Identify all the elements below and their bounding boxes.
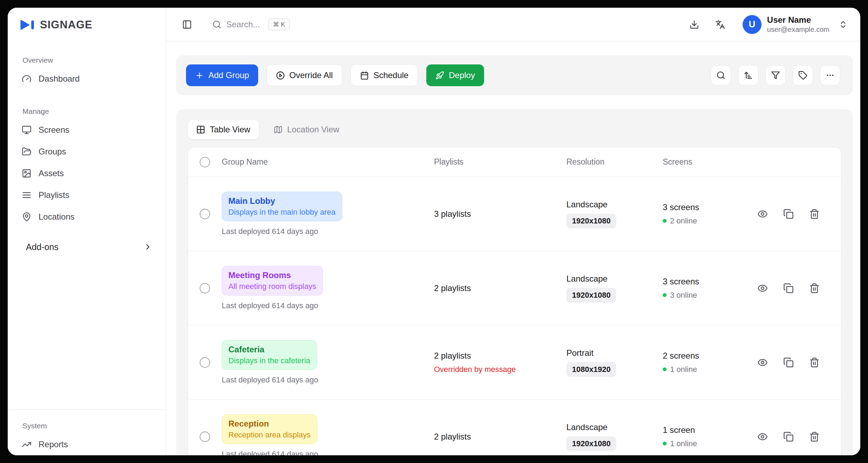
tab-table-view-label: Table View [210, 125, 250, 134]
sidebar-item-assets[interactable]: Assets [16, 163, 157, 184]
row-checkbox[interactable] [200, 283, 210, 293]
sidebar-item-groups[interactable]: Groups [16, 141, 157, 163]
sort-ascending-icon [744, 71, 753, 80]
filter-button[interactable] [765, 65, 786, 85]
sidebar-addons-toggle[interactable]: Add-ons [16, 236, 157, 258]
sort-button[interactable] [738, 65, 758, 85]
sidebar-item-screens[interactable]: Screens [16, 119, 157, 141]
playlists-cell: 2 playlists Overridden by message [434, 351, 566, 374]
sidebar-item-dashboard[interactable]: Dashboard [16, 68, 157, 90]
row-checkbox[interactable] [200, 209, 210, 219]
delete-icon[interactable] [809, 283, 820, 293]
online-dot [663, 293, 667, 297]
image-icon [22, 168, 32, 178]
sidebar-item-locations[interactable]: Locations [16, 206, 157, 228]
view-icon[interactable] [757, 209, 768, 219]
row-checkbox[interactable] [200, 357, 210, 368]
online-dot [663, 219, 667, 223]
playlists-count: 3 playlists [434, 209, 471, 219]
more-options-button[interactable] [820, 65, 840, 85]
screens-cell: 2 screens 1 online [663, 351, 744, 374]
brand-name: SIGNAGE [40, 19, 92, 31]
override-all-label: Override All [289, 70, 333, 80]
search-input[interactable]: Search... ⌘ K [212, 19, 290, 30]
orientation-label: Landscape [566, 274, 607, 284]
tab-location-view[interactable]: Location View [265, 120, 348, 139]
sidebar-item-playlists[interactable]: Playlists [16, 184, 157, 206]
topbar-right: U User Name user@example.com [686, 15, 848, 34]
view-icon[interactable] [757, 283, 768, 293]
search-icon [212, 20, 221, 29]
orientation-label: Landscape [566, 422, 607, 432]
group-name: Reception [228, 419, 311, 429]
plus-icon [195, 71, 204, 80]
select-all-checkbox[interactable] [200, 157, 210, 167]
row-checkbox[interactable] [200, 431, 210, 442]
group-badge[interactable]: Cafeteria Displays in the cafeteria [222, 340, 317, 370]
filter-funnel-icon [771, 71, 780, 80]
deploy-button[interactable]: Deploy [426, 64, 484, 86]
table-row[interactable]: Reception Reception area displays Last d… [188, 400, 841, 455]
play-circle-icon [276, 71, 285, 80]
view-tabs: Table View Location View [188, 120, 841, 139]
online-dot [663, 367, 667, 371]
sidebar-item-reports[interactable]: Reports [16, 434, 157, 455]
group-badge[interactable]: Reception Reception area displays [222, 414, 317, 444]
table-row[interactable]: Meeting Rooms All meeting room displays … [188, 251, 841, 325]
tag-icon [798, 71, 807, 80]
brand-logo[interactable]: SIGNAGE [16, 8, 157, 42]
group-description: Reception area displays [228, 430, 311, 440]
schedule-button[interactable]: Schedule [351, 64, 418, 86]
screens-count: 3 screens [663, 202, 699, 212]
sidebar-item-label: Locations [39, 212, 75, 222]
download-button[interactable] [686, 16, 703, 33]
delete-icon[interactable] [809, 209, 820, 219]
add-group-button[interactable]: Add Group [186, 64, 258, 86]
search-icon [716, 71, 725, 80]
column-header-group-name: Group Name [222, 157, 434, 167]
copy-icon[interactable] [783, 431, 794, 442]
view-icon[interactable] [757, 431, 768, 442]
screens-cell: 3 screens 3 online [663, 277, 744, 300]
language-button[interactable] [712, 16, 729, 33]
app-window: SIGNAGE Overview Dashboard Manage Screen… [8, 8, 860, 455]
copy-icon[interactable] [783, 357, 794, 368]
copy-icon[interactable] [783, 209, 794, 219]
group-description: All meeting room displays [228, 282, 316, 291]
override-note: Overridden by message [434, 365, 516, 374]
playlists-count: 2 playlists [434, 432, 471, 442]
deploy-label: Deploy [449, 70, 475, 80]
view-icon[interactable] [757, 357, 768, 368]
last-deployed-text: Last deployed 614 days ago [222, 450, 318, 455]
search-placeholder: Search... [226, 20, 260, 29]
search-groups-button[interactable] [711, 65, 731, 85]
override-all-button[interactable]: Override All [267, 64, 342, 86]
tag-button[interactable] [793, 65, 813, 85]
sidebar-item-label: Reports [39, 440, 68, 449]
group-badge[interactable]: Meeting Rooms All meeting room displays [222, 266, 323, 296]
tab-table-view[interactable]: Table View [188, 120, 259, 139]
sidebar-toggle-button[interactable] [179, 16, 195, 33]
content: Add Group Override All Schedule [166, 41, 860, 455]
user-menu[interactable]: U User Name user@example.com [743, 15, 848, 34]
screens-cell: 3 screens 2 online [663, 202, 744, 226]
table-row[interactable]: Main Lobby Displays in the main lobby ar… [188, 177, 841, 251]
playlists-cell: 3 playlists [434, 209, 566, 219]
delete-icon[interactable] [809, 431, 820, 442]
group-badge[interactable]: Main Lobby Displays in the main lobby ar… [222, 192, 342, 221]
online-count: 3 online [670, 291, 697, 300]
main-area: Search... ⌘ K U User Name [166, 8, 860, 455]
screens-count: 3 screens [663, 277, 699, 286]
last-deployed-text: Last deployed 614 days ago [222, 227, 318, 236]
playlists-cell: 2 playlists [434, 432, 566, 442]
copy-icon[interactable] [783, 283, 794, 293]
group-name: Cafeteria [228, 345, 310, 354]
delete-icon[interactable] [809, 357, 820, 368]
sidebar-item-label: Screens [39, 125, 69, 135]
groups-panel: Table View Location View Group Name [176, 109, 853, 455]
row-actions [744, 431, 841, 442]
table-row[interactable]: Cafeteria Displays in the cafeteria Last… [188, 325, 841, 400]
playlists-cell: 2 playlists [434, 283, 566, 293]
column-header-screens: Screens [663, 157, 744, 167]
sidebar-item-label: Assets [39, 168, 64, 178]
